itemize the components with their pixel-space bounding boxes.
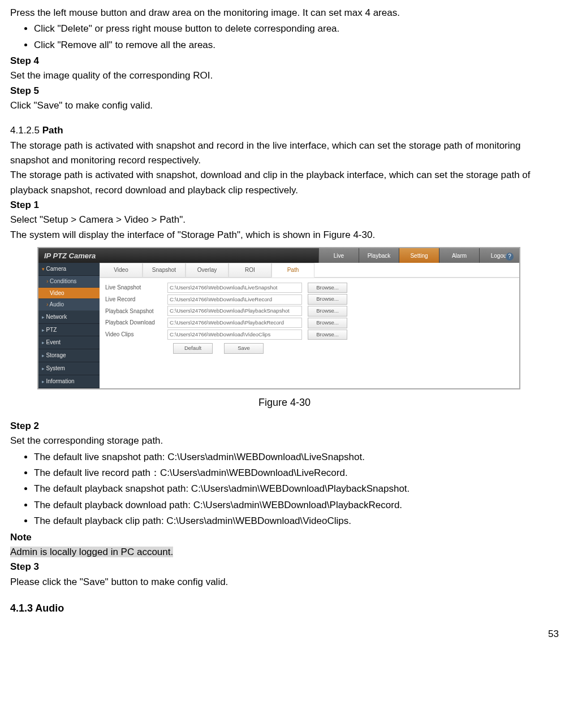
browse-button[interactable]: Browse... <box>308 306 347 317</box>
browse-button[interactable]: Browse... <box>308 283 347 293</box>
input-playback-snapshot[interactable]: C:\Users\24766\WebDownload\PlaybackSnaps… <box>167 306 302 316</box>
bullet-item: The default playback clip path: C:\Users… <box>34 514 559 528</box>
subsection-title: Path <box>42 125 63 136</box>
input-video-clips[interactable]: C:\Users\24766\WebDownload\VideoClips <box>167 330 302 340</box>
sidebar-item-video[interactable]: Video <box>38 288 100 300</box>
input-live-record[interactable]: C:\Users\24766\WebDownload\LiveRecord <box>167 294 302 305</box>
browse-button[interactable]: Browse... <box>308 318 347 328</box>
step-text: Click "Save" to make config valid. <box>10 98 559 113</box>
label-live-snapshot: Live Snapshot <box>105 283 167 292</box>
default-button[interactable]: Default <box>173 343 213 354</box>
browse-button[interactable]: Browse... <box>308 330 347 340</box>
bullet-list-1: Click "Delete" or press right mouse butt… <box>10 21 559 53</box>
nav-live[interactable]: Live <box>318 248 359 263</box>
label-live-record: Live Record <box>105 295 167 304</box>
step-heading: Step 1 <box>10 198 559 213</box>
bullet-item: Click "Remove all" to remove all the are… <box>34 38 559 53</box>
paragraph: The storage path is activated with snaps… <box>10 138 559 168</box>
note-text: Admin is locally logged in PC account. <box>10 545 559 560</box>
figure-caption: Figure 4-30 <box>10 395 559 411</box>
input-live-snapshot[interactable]: C:\Users\24766\WebDownload\LiveSnapshot <box>167 283 302 293</box>
page-number: 53 <box>10 627 559 642</box>
label-playback-download: Playback Download <box>105 318 167 327</box>
bullet-item: The default live snapshot path: C:\Users… <box>34 450 559 465</box>
sidebar-item-system[interactable]: System <box>38 362 100 375</box>
sidebar: Camera Conditions Video Audio Network PT… <box>38 263 100 388</box>
intro-line: Press the left mouse button and draw are… <box>10 6 559 20</box>
app-title: IP PTZ Camera <box>38 248 146 263</box>
nav-alarm[interactable]: Alarm <box>439 248 479 263</box>
sidebar-item-audio[interactable]: Audio <box>38 299 100 311</box>
step-text: Set the image quality of the correspondi… <box>10 68 559 83</box>
bullet-item: The default live record path：C:\Users\ad… <box>34 466 559 480</box>
app-header: IP PTZ Camera Live Playback Setting Alar… <box>38 248 519 263</box>
browse-button[interactable]: Browse... <box>308 294 347 305</box>
bullet-item: The default playback download path: C:\U… <box>34 498 559 513</box>
step-text: Set the corresponding storage path. <box>10 434 559 448</box>
nav-playback[interactable]: Playback <box>359 248 399 263</box>
step-text: Select "Setup > Camera > Video > Path". <box>10 213 559 227</box>
step-heading: Step 4 <box>10 54 559 68</box>
sidebar-item-event[interactable]: Event <box>38 336 100 349</box>
nav-setting[interactable]: Setting <box>399 248 439 263</box>
step-heading: Step 5 <box>10 84 559 98</box>
subsection-heading: 4.1.2.5 Path <box>10 123 559 138</box>
figure-screenshot: IP PTZ Camera Live Playback Setting Alar… <box>37 247 559 389</box>
label-playback-snapshot: Playback Snapshot <box>105 307 167 316</box>
sidebar-item-network[interactable]: Network <box>38 311 100 324</box>
paragraph: The storage path is activated with snaps… <box>10 168 559 198</box>
step-heading: Step 3 <box>10 560 559 574</box>
tab-video[interactable]: Video <box>100 263 143 278</box>
input-playback-download[interactable]: C:\Users\24766\WebDownload\PlaybackRecor… <box>167 318 302 328</box>
label-video-clips: Video Clips <box>105 330 167 339</box>
tab-path[interactable]: Path <box>271 263 314 278</box>
path-form: Live Snapshot C:\Users\24766\WebDownload… <box>100 278 519 357</box>
save-button[interactable]: Save <box>224 343 264 354</box>
bullet-list-2: The default live snapshot path: C:\Users… <box>10 450 559 529</box>
subsection-number: 4.1.2.5 <box>10 125 40 136</box>
section-heading: 4.1.3 Audio <box>10 601 559 617</box>
sidebar-item-camera[interactable]: Camera <box>38 263 100 276</box>
bullet-item: The default playback snapshot path: C:\U… <box>34 482 559 496</box>
step-text: Please click the "Save" button to make c… <box>10 575 559 590</box>
note-heading: Note <box>10 530 559 545</box>
sidebar-item-storage[interactable]: Storage <box>38 349 100 362</box>
step-text: The system will display the interface of… <box>10 228 559 242</box>
tab-bar: Video Snapshot Overlay ROI Path ? <box>100 263 519 278</box>
bullet-item: Click "Delete" or press right mouse butt… <box>34 21 559 36</box>
step-heading: Step 2 <box>10 419 559 434</box>
tab-roi[interactable]: ROI <box>229 263 271 278</box>
sidebar-item-information[interactable]: Information <box>38 375 100 388</box>
tab-snapshot[interactable]: Snapshot <box>143 263 186 278</box>
tab-overlay[interactable]: Overlay <box>186 263 229 278</box>
sidebar-item-ptz[interactable]: PTZ <box>38 324 100 337</box>
sidebar-item-conditions[interactable]: Conditions <box>38 276 100 288</box>
